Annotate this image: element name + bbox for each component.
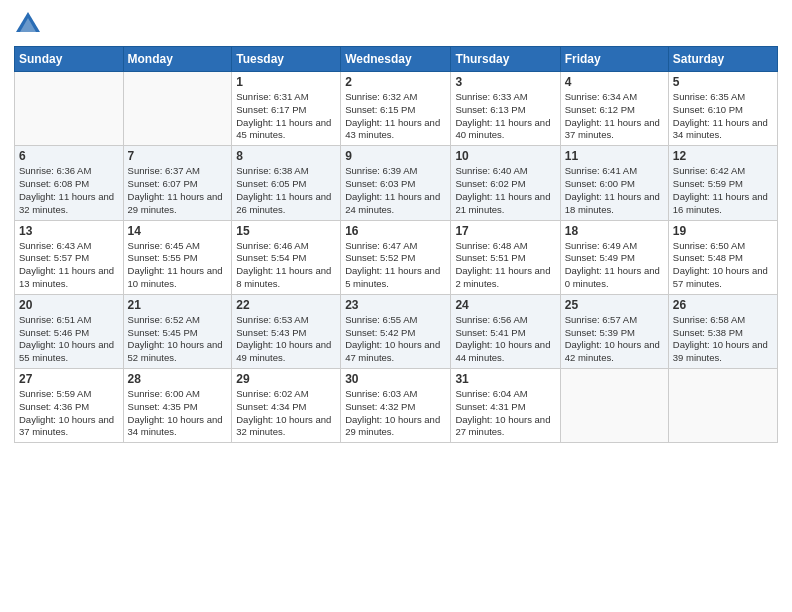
day-info: Sunrise: 6:39 AM Sunset: 6:03 PM Dayligh… (345, 165, 446, 216)
calendar-week-1: 1Sunrise: 6:31 AM Sunset: 6:17 PM Daylig… (15, 72, 778, 146)
day-info: Sunrise: 6:49 AM Sunset: 5:49 PM Dayligh… (565, 240, 664, 291)
calendar-cell: 17Sunrise: 6:48 AM Sunset: 5:51 PM Dayli… (451, 220, 560, 294)
calendar-week-3: 13Sunrise: 6:43 AM Sunset: 5:57 PM Dayli… (15, 220, 778, 294)
calendar-cell: 7Sunrise: 6:37 AM Sunset: 6:07 PM Daylig… (123, 146, 232, 220)
day-info: Sunrise: 6:48 AM Sunset: 5:51 PM Dayligh… (455, 240, 555, 291)
day-number: 16 (345, 224, 446, 238)
day-info: Sunrise: 6:32 AM Sunset: 6:15 PM Dayligh… (345, 91, 446, 142)
day-info: Sunrise: 6:58 AM Sunset: 5:38 PM Dayligh… (673, 314, 773, 365)
calendar-week-5: 27Sunrise: 5:59 AM Sunset: 4:36 PM Dayli… (15, 369, 778, 443)
day-info: Sunrise: 6:47 AM Sunset: 5:52 PM Dayligh… (345, 240, 446, 291)
day-info: Sunrise: 6:00 AM Sunset: 4:35 PM Dayligh… (128, 388, 228, 439)
day-info: Sunrise: 6:42 AM Sunset: 5:59 PM Dayligh… (673, 165, 773, 216)
calendar-cell: 14Sunrise: 6:45 AM Sunset: 5:55 PM Dayli… (123, 220, 232, 294)
day-info: Sunrise: 6:35 AM Sunset: 6:10 PM Dayligh… (673, 91, 773, 142)
calendar-week-2: 6Sunrise: 6:36 AM Sunset: 6:08 PM Daylig… (15, 146, 778, 220)
calendar-cell (123, 72, 232, 146)
day-number: 28 (128, 372, 228, 386)
calendar-cell: 10Sunrise: 6:40 AM Sunset: 6:02 PM Dayli… (451, 146, 560, 220)
day-info: Sunrise: 6:40 AM Sunset: 6:02 PM Dayligh… (455, 165, 555, 216)
calendar-cell: 2Sunrise: 6:32 AM Sunset: 6:15 PM Daylig… (341, 72, 451, 146)
day-info: Sunrise: 5:59 AM Sunset: 4:36 PM Dayligh… (19, 388, 119, 439)
calendar-cell: 11Sunrise: 6:41 AM Sunset: 6:00 PM Dayli… (560, 146, 668, 220)
day-number: 20 (19, 298, 119, 312)
day-number: 8 (236, 149, 336, 163)
calendar-cell: 4Sunrise: 6:34 AM Sunset: 6:12 PM Daylig… (560, 72, 668, 146)
day-number: 23 (345, 298, 446, 312)
day-number: 1 (236, 75, 336, 89)
calendar-cell: 22Sunrise: 6:53 AM Sunset: 5:43 PM Dayli… (232, 294, 341, 368)
weekday-header-tuesday: Tuesday (232, 47, 341, 72)
day-number: 24 (455, 298, 555, 312)
day-info: Sunrise: 6:45 AM Sunset: 5:55 PM Dayligh… (128, 240, 228, 291)
calendar-cell: 29Sunrise: 6:02 AM Sunset: 4:34 PM Dayli… (232, 369, 341, 443)
weekday-header-thursday: Thursday (451, 47, 560, 72)
calendar-cell: 30Sunrise: 6:03 AM Sunset: 4:32 PM Dayli… (341, 369, 451, 443)
day-number: 7 (128, 149, 228, 163)
day-number: 14 (128, 224, 228, 238)
day-info: Sunrise: 6:41 AM Sunset: 6:00 PM Dayligh… (565, 165, 664, 216)
day-number: 3 (455, 75, 555, 89)
weekday-header-row: SundayMondayTuesdayWednesdayThursdayFrid… (15, 47, 778, 72)
day-info: Sunrise: 6:52 AM Sunset: 5:45 PM Dayligh… (128, 314, 228, 365)
calendar-cell: 19Sunrise: 6:50 AM Sunset: 5:48 PM Dayli… (668, 220, 777, 294)
day-number: 13 (19, 224, 119, 238)
day-number: 6 (19, 149, 119, 163)
day-number: 9 (345, 149, 446, 163)
day-info: Sunrise: 6:04 AM Sunset: 4:31 PM Dayligh… (455, 388, 555, 439)
calendar-cell (560, 369, 668, 443)
day-number: 25 (565, 298, 664, 312)
calendar-cell: 9Sunrise: 6:39 AM Sunset: 6:03 PM Daylig… (341, 146, 451, 220)
day-info: Sunrise: 6:03 AM Sunset: 4:32 PM Dayligh… (345, 388, 446, 439)
logo-icon (14, 10, 42, 38)
weekday-header-wednesday: Wednesday (341, 47, 451, 72)
day-info: Sunrise: 6:56 AM Sunset: 5:41 PM Dayligh… (455, 314, 555, 365)
calendar-cell: 13Sunrise: 6:43 AM Sunset: 5:57 PM Dayli… (15, 220, 124, 294)
day-number: 12 (673, 149, 773, 163)
weekday-header-sunday: Sunday (15, 47, 124, 72)
day-number: 10 (455, 149, 555, 163)
day-number: 26 (673, 298, 773, 312)
day-info: Sunrise: 6:34 AM Sunset: 6:12 PM Dayligh… (565, 91, 664, 142)
day-info: Sunrise: 6:51 AM Sunset: 5:46 PM Dayligh… (19, 314, 119, 365)
calendar-cell: 18Sunrise: 6:49 AM Sunset: 5:49 PM Dayli… (560, 220, 668, 294)
day-number: 17 (455, 224, 555, 238)
calendar-cell: 8Sunrise: 6:38 AM Sunset: 6:05 PM Daylig… (232, 146, 341, 220)
day-number: 15 (236, 224, 336, 238)
calendar-cell: 28Sunrise: 6:00 AM Sunset: 4:35 PM Dayli… (123, 369, 232, 443)
calendar-cell: 6Sunrise: 6:36 AM Sunset: 6:08 PM Daylig… (15, 146, 124, 220)
day-info: Sunrise: 6:55 AM Sunset: 5:42 PM Dayligh… (345, 314, 446, 365)
calendar-cell: 15Sunrise: 6:46 AM Sunset: 5:54 PM Dayli… (232, 220, 341, 294)
day-number: 27 (19, 372, 119, 386)
day-number: 18 (565, 224, 664, 238)
day-info: Sunrise: 6:33 AM Sunset: 6:13 PM Dayligh… (455, 91, 555, 142)
day-number: 19 (673, 224, 773, 238)
calendar-week-4: 20Sunrise: 6:51 AM Sunset: 5:46 PM Dayli… (15, 294, 778, 368)
calendar-cell: 26Sunrise: 6:58 AM Sunset: 5:38 PM Dayli… (668, 294, 777, 368)
day-number: 2 (345, 75, 446, 89)
calendar-cell: 5Sunrise: 6:35 AM Sunset: 6:10 PM Daylig… (668, 72, 777, 146)
calendar-cell: 3Sunrise: 6:33 AM Sunset: 6:13 PM Daylig… (451, 72, 560, 146)
day-number: 22 (236, 298, 336, 312)
weekday-header-saturday: Saturday (668, 47, 777, 72)
day-info: Sunrise: 6:43 AM Sunset: 5:57 PM Dayligh… (19, 240, 119, 291)
weekday-header-monday: Monday (123, 47, 232, 72)
day-info: Sunrise: 6:53 AM Sunset: 5:43 PM Dayligh… (236, 314, 336, 365)
calendar-cell: 23Sunrise: 6:55 AM Sunset: 5:42 PM Dayli… (341, 294, 451, 368)
calendar-cell (15, 72, 124, 146)
day-info: Sunrise: 6:50 AM Sunset: 5:48 PM Dayligh… (673, 240, 773, 291)
day-info: Sunrise: 6:57 AM Sunset: 5:39 PM Dayligh… (565, 314, 664, 365)
calendar-cell: 16Sunrise: 6:47 AM Sunset: 5:52 PM Dayli… (341, 220, 451, 294)
calendar-cell: 27Sunrise: 5:59 AM Sunset: 4:36 PM Dayli… (15, 369, 124, 443)
calendar-cell: 20Sunrise: 6:51 AM Sunset: 5:46 PM Dayli… (15, 294, 124, 368)
weekday-header-friday: Friday (560, 47, 668, 72)
day-info: Sunrise: 6:31 AM Sunset: 6:17 PM Dayligh… (236, 91, 336, 142)
day-info: Sunrise: 6:36 AM Sunset: 6:08 PM Dayligh… (19, 165, 119, 216)
day-number: 31 (455, 372, 555, 386)
calendar-cell: 25Sunrise: 6:57 AM Sunset: 5:39 PM Dayli… (560, 294, 668, 368)
day-info: Sunrise: 6:02 AM Sunset: 4:34 PM Dayligh… (236, 388, 336, 439)
day-number: 5 (673, 75, 773, 89)
day-number: 11 (565, 149, 664, 163)
day-info: Sunrise: 6:37 AM Sunset: 6:07 PM Dayligh… (128, 165, 228, 216)
day-number: 30 (345, 372, 446, 386)
